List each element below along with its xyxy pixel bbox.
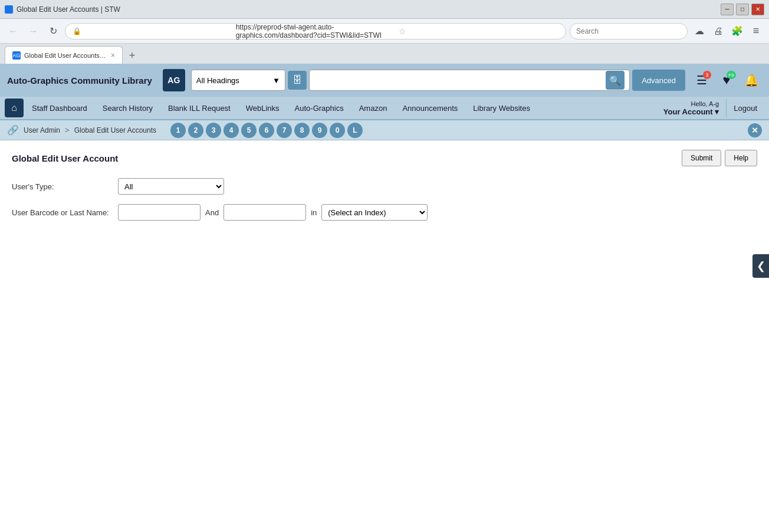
main-search-input[interactable] [314, 76, 606, 85]
page-3[interactable]: 3 [206, 123, 221, 138]
page-4[interactable]: 4 [224, 123, 239, 138]
browser-toolbar: ← → ↻ 🔒 https://preprod-stwi-agent.auto-… [0, 19, 769, 44]
sidebar-item-blank-ill[interactable]: Blank ILL Request [161, 98, 238, 117]
heart-icon-button[interactable]: ♥ F9 [716, 70, 737, 91]
hello-text: Hello, A-g [663, 100, 719, 107]
staff-dashboard-label: Staff Dashboard [32, 104, 87, 113]
address-text: https://preprod-stwi-agent.auto-graphics… [236, 23, 396, 40]
logout-button[interactable]: Logout [726, 98, 764, 117]
home-icon: ⌂ [11, 103, 17, 113]
sidebar-item-weblinks[interactable]: WebLinks [239, 98, 287, 117]
and-label: And [205, 208, 219, 217]
announcements-label: Announcements [402, 104, 458, 113]
user-type-select[interactable]: All Student Faculty Staff Guest [118, 178, 224, 195]
page-L[interactable]: L [347, 123, 363, 138]
sidebar-item-announcements[interactable]: Announcements [395, 98, 465, 117]
page-9[interactable]: 9 [312, 123, 327, 138]
breadcrumb-path1[interactable]: User Admin [24, 126, 60, 134]
maximize-button[interactable]: □ [736, 4, 749, 15]
close-button[interactable]: ✕ [751, 4, 764, 15]
breadcrumb-separator: > [65, 126, 70, 134]
page-8[interactable]: 8 [294, 123, 310, 138]
breadcrumb-close-icon: ✕ [751, 126, 758, 135]
barcode-input-2[interactable] [224, 204, 306, 221]
extensions-icon[interactable]: 🧩 [729, 23, 745, 40]
page-5[interactable]: 5 [241, 123, 257, 138]
main-content: Global Edit User Account Submit Help Use… [0, 140, 769, 239]
nav-right: Hello, A-g Your Account ▾ Logout [663, 98, 764, 117]
page-0[interactable]: 0 [330, 123, 345, 138]
index-select[interactable]: (Select an Index) Barcode Last Name Firs… [321, 204, 428, 221]
home-button[interactable]: ⌂ [5, 98, 24, 117]
page-6[interactable]: 6 [259, 123, 274, 138]
sidebar-item-library-websites[interactable]: Library Websites [466, 98, 537, 117]
sidebar-item-autographics[interactable]: Auto-Graphics [288, 98, 351, 117]
list-badge: 3 [703, 71, 711, 79]
minimize-button[interactable]: ─ [721, 4, 734, 15]
user-type-label: User's Type: [12, 182, 118, 191]
search-history-label: Search History [103, 104, 153, 113]
active-tab[interactable]: AG Global Edit User Accounts | STW × [5, 46, 123, 64]
weblinks-label: WebLinks [246, 104, 280, 113]
tab-favicon-icon: AG [12, 51, 21, 60]
breadcrumb-bar: 🔗 User Admin > Global Edit User Accounts… [0, 120, 769, 140]
menu-icon[interactable]: ≡ [748, 23, 764, 40]
headings-label: All Headings [196, 76, 239, 85]
list-icon-button[interactable]: ☰ 3 [691, 70, 712, 91]
app-logo-icon: AG [163, 69, 185, 91]
tab-close-icon[interactable]: × [111, 51, 115, 60]
bell-icon-button[interactable]: 🔔 [741, 70, 762, 91]
headings-dropdown[interactable]: All Headings ▼ [191, 70, 285, 91]
address-bar[interactable]: 🔒 https://preprod-stwi-agent.auto-graphi… [65, 23, 566, 40]
bell-icon: 🔔 [744, 73, 759, 87]
your-account-button[interactable]: Your Account ▾ [663, 107, 719, 116]
blank-ill-label: Blank ILL Request [168, 104, 231, 113]
nav-bar: ⌂ Staff Dashboard Search History Blank I… [0, 97, 769, 120]
page-1[interactable]: 1 [170, 123, 186, 138]
page-7[interactable]: 7 [277, 123, 292, 138]
tab-favicon [5, 5, 13, 14]
app-header: Auto-Graphics Community Library AG All H… [0, 64, 769, 97]
user-type-row: User's Type: All Student Faculty Staff G… [12, 178, 757, 195]
header-icons: ☰ 3 ♥ F9 🔔 [691, 70, 762, 91]
forward-button[interactable]: → [25, 23, 41, 40]
user-type-field: All Student Faculty Staff Guest [118, 178, 224, 195]
tab-bar: AG Global Edit User Accounts | STW × + [0, 44, 769, 64]
submit-button[interactable]: Submit [682, 150, 721, 166]
advanced-button[interactable]: Advanced [632, 70, 685, 91]
sidebar-item-amazon[interactable]: Amazon [352, 98, 395, 117]
titlebar-right: ─ □ ✕ [721, 4, 764, 15]
panel-header: Global Edit User Account Submit Help [12, 150, 757, 166]
toolbar-icons: ☁ 🖨 🧩 ≡ [691, 23, 764, 40]
titlebar-left: Global Edit User Accounts | STW [5, 5, 120, 14]
breadcrumb-icon: 🔗 [7, 124, 19, 136]
pagination: 1 2 3 4 5 6 7 8 9 0 L [170, 123, 363, 138]
pocket-icon[interactable]: ☁ [691, 23, 708, 40]
browser-search-input[interactable] [570, 23, 688, 40]
barcode-label: User Barcode or Last Name: [12, 208, 118, 217]
star-icon[interactable]: ☆ [399, 27, 558, 36]
refresh-button[interactable]: ↻ [45, 23, 61, 40]
help-button[interactable]: Help [725, 150, 757, 166]
sidebar-item-staff-dashboard[interactable]: Staff Dashboard [25, 98, 94, 117]
barcode-input-1[interactable] [118, 204, 201, 221]
search-bar-container: All Headings ▼ 🗄 🔍 Advanced [191, 70, 685, 91]
sidebar-item-search-history[interactable]: Search History [96, 98, 160, 117]
breadcrumb-close-button[interactable]: ✕ [748, 123, 762, 137]
window-title: Global Edit User Accounts | STW [17, 5, 120, 14]
panel-title: Global Edit User Account [12, 153, 118, 163]
tab-title: Global Edit User Accounts | STW [24, 52, 107, 59]
library-websites-label: Library Websites [473, 104, 530, 113]
breadcrumb-path2: Global Edit User Accounts [74, 126, 156, 134]
barcode-field: And in (Select an Index) Barcode Last Na… [118, 204, 428, 221]
main-search-wrapper: 🔍 [309, 70, 630, 91]
back-button[interactable]: ← [5, 23, 21, 40]
in-label: in [311, 208, 317, 217]
search-button[interactable]: 🔍 [606, 71, 625, 90]
headings-arrow-icon: ▼ [272, 76, 280, 85]
amazon-label: Amazon [359, 104, 387, 113]
print-icon[interactable]: 🖨 [710, 23, 727, 40]
database-icon[interactable]: 🗄 [288, 71, 307, 90]
page-2[interactable]: 2 [188, 123, 203, 138]
new-tab-button[interactable]: + [124, 47, 140, 64]
